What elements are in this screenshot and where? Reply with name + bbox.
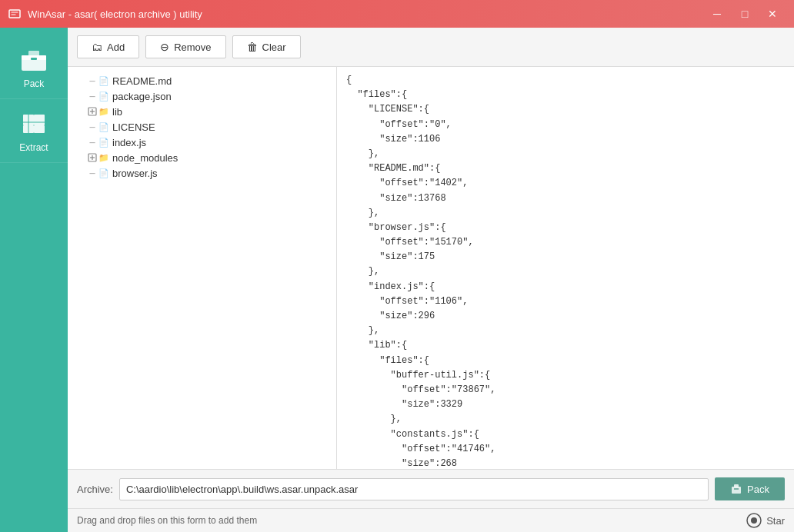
remove-button[interactable]: ⊖ Remove (145, 35, 225, 58)
tree-expander: ─ (86, 90, 98, 102)
app-icon (8, 7, 22, 21)
list-item[interactable]: ─ 📄 README.md (68, 73, 336, 88)
tree-item-label: package.json (112, 91, 172, 102)
tree-item-label: README.md (112, 75, 172, 87)
remove-icon: ⊖ (160, 41, 169, 53)
folder-icon: 📁 (98, 153, 109, 163)
tree-expander: ─ (86, 136, 98, 148)
svg-point-21 (751, 517, 757, 524)
tree-item-label: index.js (112, 137, 146, 148)
minimize-button[interactable]: ─ (703, 0, 731, 28)
pack-button[interactable]: Pack (715, 477, 785, 500)
svg-rect-0 (9, 10, 20, 18)
sidebar-pack-label: Pack (24, 78, 45, 89)
file-icon: 📄 (98, 91, 109, 101)
svg-rect-18 (734, 484, 739, 487)
main-wrapper: Pack Extract 🗂 Add (0, 28, 794, 532)
list-item[interactable]: ─ 📄 index.js (68, 135, 336, 150)
maximize-button[interactable]: □ (731, 0, 759, 28)
archive-input[interactable] (119, 478, 709, 500)
pack-icon (18, 45, 49, 75)
svg-rect-8 (34, 125, 45, 133)
title-bar-text: WinAsar - asar( electron archive ) utili… (28, 8, 703, 20)
pack-label: Pack (747, 484, 769, 495)
file-icon: 📄 (98, 76, 109, 86)
toolbar: 🗂 Add ⊖ Remove 🗑 Clear (68, 28, 794, 67)
tree-expander: ─ (86, 121, 98, 133)
tree-expander: ─ (86, 167, 98, 179)
file-icon: 📄 (98, 122, 109, 132)
clear-label: Clear (262, 42, 286, 53)
list-item[interactable]: ─ 📄 LICENSE (68, 119, 336, 135)
status-bar: Drag and drop files on this form to add … (68, 508, 794, 532)
file-icon: 📄 (98, 168, 109, 178)
json-viewer[interactable]: { "files":{ "LICENSE":{ "offset":"0", "s… (337, 67, 794, 469)
archive-label: Archive: (77, 484, 113, 495)
tree-item-label: browser.js (112, 168, 158, 179)
sidebar-extract-label: Extract (19, 142, 48, 153)
tree-expander: ─ (86, 75, 98, 87)
list-item[interactable]: ─ 📄 package.json (68, 88, 336, 104)
file-tree: ─ 📄 README.md ─ 📄 package.json (68, 67, 337, 469)
title-bar: WinAsar - asar( electron archive ) utili… (0, 0, 794, 28)
pack-icon (730, 483, 742, 495)
svg-rect-3 (28, 51, 39, 57)
remove-label: Remove (174, 42, 211, 53)
bottom-bar: Archive: Pack (68, 469, 794, 508)
clear-icon: 🗑 (247, 41, 258, 53)
svg-rect-4 (31, 58, 37, 60)
drag-drop-text: Drag and drop files on this form to add … (77, 515, 257, 526)
list-item[interactable]: 📁 lib (68, 104, 336, 119)
tree-item-label: node_modules (112, 152, 178, 164)
split-pane: ─ 📄 README.md ─ 📄 package.json (68, 67, 794, 469)
tree-expander-lib (86, 105, 98, 118)
star-label: Star (766, 515, 785, 527)
tree-item-label: LICENSE (112, 121, 155, 133)
folder-icon: 📁 (98, 107, 109, 117)
add-label: Add (107, 42, 125, 53)
close-button[interactable]: ✕ (759, 0, 786, 28)
sidebar: Pack Extract (0, 28, 68, 532)
file-icon: 📄 (98, 138, 109, 148)
clear-button[interactable]: 🗑 Clear (232, 35, 301, 58)
content-area: 🗂 Add ⊖ Remove 🗑 Clear ─ 📄 README (68, 28, 794, 532)
tree-expander-node-modules (86, 151, 98, 164)
sidebar-item-extract[interactable]: Extract (0, 99, 68, 163)
list-item[interactable]: ─ 📄 browser.js (68, 165, 336, 181)
add-icon: 🗂 (92, 41, 102, 53)
star-button[interactable]: Star (746, 513, 785, 528)
list-item[interactable]: 📁 node_modules (68, 150, 336, 165)
svg-rect-6 (34, 115, 45, 125)
tree-item-label: lib (112, 106, 122, 118)
svg-rect-17 (732, 487, 741, 494)
title-bar-controls: ─ □ ✕ (703, 0, 786, 28)
add-button[interactable]: 🗂 Add (77, 35, 139, 58)
extract-icon (18, 108, 49, 139)
sidebar-item-pack[interactable]: Pack (0, 35, 68, 99)
